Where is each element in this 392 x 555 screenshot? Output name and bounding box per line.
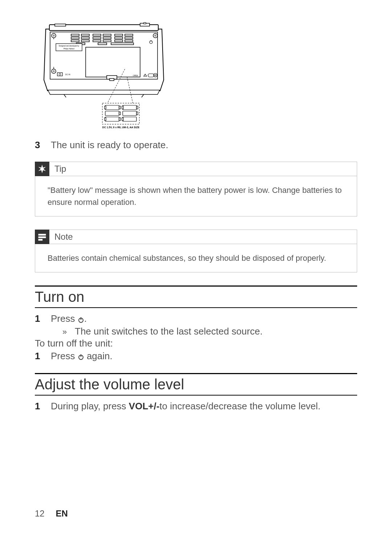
step-text: Press again.	[51, 351, 113, 362]
note-callout: Note Batteries contain chemical substanc…	[35, 230, 357, 272]
svg-rect-46	[110, 78, 114, 81]
note-icon	[35, 230, 49, 244]
text-prefix: During play, press	[51, 401, 129, 412]
step-3: 3 The unit is ready to operate.	[35, 139, 357, 151]
svg-rect-18	[103, 37, 111, 39]
svg-rect-65	[38, 236, 46, 238]
note-header: Note	[35, 230, 357, 244]
svg-rect-13	[115, 34, 123, 36]
text-prefix: Press	[51, 351, 78, 361]
tip-icon	[35, 162, 49, 176]
svg-rect-14	[125, 34, 133, 36]
svg-rect-11	[93, 34, 101, 36]
svg-rect-55	[119, 112, 121, 115]
svg-rect-38	[57, 73, 62, 76]
svg-rect-19	[115, 37, 123, 39]
step-text: The unit is ready to operate.	[51, 139, 168, 151]
svg-rect-52	[122, 106, 123, 109]
tip-header: Tip	[35, 162, 357, 176]
svg-rect-59	[105, 118, 106, 121]
power-icon	[78, 351, 84, 362]
svg-rect-57	[136, 112, 138, 115]
text-suffix: to increase/decrease the volume level.	[159, 401, 320, 412]
power-icon	[78, 314, 84, 325]
svg-rect-58	[105, 117, 119, 121]
sub-marker: »	[62, 327, 75, 337]
svg-rect-16	[81, 37, 89, 39]
svg-rect-62	[122, 118, 123, 121]
step-number: 3	[35, 139, 51, 151]
step-number: 1	[35, 401, 51, 412]
svg-rect-22	[81, 40, 89, 42]
svg-rect-12	[103, 34, 111, 36]
page-footer: 12 EN	[35, 509, 68, 519]
svg-rect-50	[119, 106, 121, 109]
device-illustration: Designed and developed by Philips.Hollan…	[38, 22, 169, 131]
svg-rect-29	[111, 43, 134, 45]
svg-rect-42	[148, 74, 154, 77]
text-prefix: Press	[51, 313, 78, 324]
svg-rect-1	[55, 24, 66, 26]
turn-on-sub-result: » The unit switches to the last selected…	[62, 326, 357, 337]
tip-body: "Battery low" message is shown when the …	[35, 176, 357, 216]
adjust-volume-heading: Adjust the volume level	[35, 374, 357, 396]
turn-on-step-1: 1 Press .	[35, 313, 357, 325]
svg-text:Designed and developed by: Designed and developed by	[59, 45, 79, 47]
text-suffix: .	[84, 313, 87, 324]
svg-rect-25	[115, 40, 123, 42]
step-number: 1	[35, 313, 51, 324]
svg-rect-61	[123, 117, 136, 121]
vol-key-label: VOL+/-	[129, 401, 160, 412]
svg-rect-54	[105, 111, 119, 116]
turn-off-step-1: 1 Press again.	[35, 351, 357, 362]
svg-text:OPEN: OPEN	[133, 74, 138, 77]
sub-text: The unit switches to the last selected s…	[75, 326, 262, 337]
svg-rect-66	[38, 239, 43, 241]
svg-rect-20	[125, 37, 133, 39]
svg-rect-3	[144, 23, 146, 24]
step-text: Press .	[51, 313, 87, 325]
step-text: During play, press VOL+/-to increase/dec…	[51, 401, 320, 412]
svg-rect-32	[56, 44, 82, 51]
svg-text:DC 1.5V, 6 x R6, UM-3, AA SIZE: DC 1.5V, 6 x R6, UM-3, AA SIZE	[102, 126, 140, 129]
page-number: 12	[35, 509, 45, 518]
svg-rect-48	[105, 105, 119, 110]
svg-rect-64	[38, 234, 46, 236]
svg-rect-28	[98, 43, 107, 45]
svg-rect-60	[119, 118, 121, 121]
svg-rect-51	[123, 105, 136, 110]
svg-rect-10	[81, 34, 89, 36]
svg-rect-26	[125, 40, 133, 42]
svg-rect-35	[86, 47, 140, 77]
tip-callout: Tip "Battery low" message is shown when …	[35, 162, 357, 216]
svg-rect-9	[71, 34, 79, 36]
svg-text:Philips.Holland: Philips.Holland	[64, 48, 74, 50]
adjust-volume-step-1: 1 During play, press VOL+/-to increase/d…	[35, 401, 357, 412]
svg-rect-23	[93, 40, 101, 42]
tip-title: Tip	[54, 164, 66, 174]
svg-rect-15	[71, 37, 79, 39]
svg-rect-17	[93, 37, 101, 39]
note-body: Batteries contain chemical substances, s…	[35, 244, 357, 272]
language-code: EN	[56, 509, 68, 518]
svg-text:DC IN: DC IN	[65, 73, 70, 76]
svg-rect-53	[136, 106, 138, 109]
turn-off-intro: To turn off the unit:	[35, 338, 357, 349]
text-suffix: again.	[84, 351, 113, 361]
note-title: Note	[54, 232, 73, 242]
turn-on-heading: Turn on	[35, 287, 357, 308]
step-number: 1	[35, 351, 51, 362]
svg-rect-21	[71, 40, 79, 42]
svg-rect-24	[103, 40, 111, 42]
svg-rect-49	[105, 106, 106, 109]
svg-rect-56	[123, 111, 136, 116]
